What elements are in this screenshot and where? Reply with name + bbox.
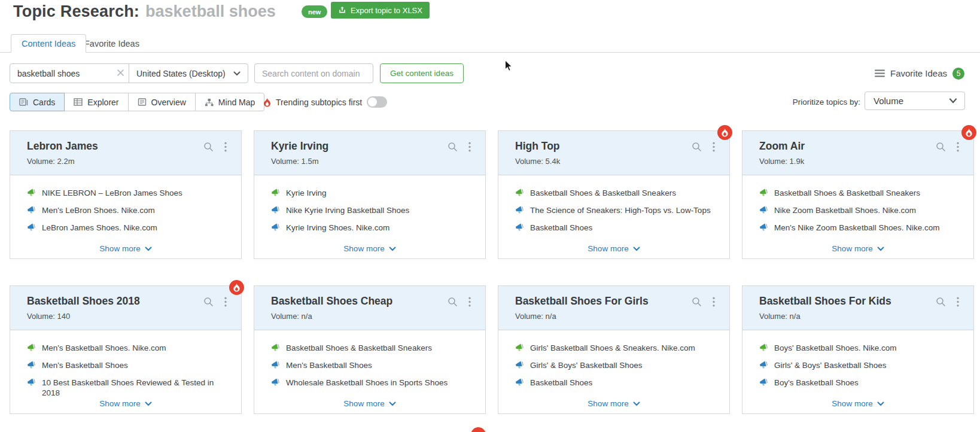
card-volume: Volume: 140 — [27, 312, 224, 321]
tab-bar: Content Ideas Favorite Ideas — [0, 34, 980, 53]
list-icon — [875, 69, 885, 77]
card-body: Kyrie Irving Nike Kyrie Irving Basketbal… — [254, 175, 485, 233]
domain-search-input[interactable] — [254, 63, 373, 83]
kebab-menu-icon[interactable] — [224, 142, 227, 152]
kebab-menu-icon[interactable] — [957, 297, 959, 307]
megaphone-icon — [759, 205, 769, 215]
mindmap-icon — [205, 98, 214, 107]
show-more-link[interactable]: Show more — [254, 399, 485, 408]
headline-item[interactable]: LeBron James Shoes. Nike.com — [27, 223, 224, 233]
headline-item[interactable]: Men's Basketball Shoes — [271, 360, 468, 370]
clear-keyword-icon[interactable] — [117, 69, 124, 76]
export-xlsx-button[interactable]: Export topic to XLSX — [331, 2, 430, 19]
volume-value: 1.5m — [302, 157, 319, 166]
card-volume: Volume: n/a — [515, 312, 713, 321]
headline-item[interactable]: The Science of Sneakers: High-Tops vs. L… — [515, 205, 713, 215]
search-icon[interactable] — [448, 142, 458, 152]
card-title: Basketball Shoes 2018 — [27, 295, 224, 308]
card-header: Basketball Shoes For Kids Volume: n/a — [742, 286, 973, 330]
kebab-menu-icon[interactable] — [468, 142, 471, 152]
search-icon[interactable] — [692, 297, 702, 307]
megaphone-icon — [759, 378, 769, 387]
trending-toggle[interactable] — [367, 96, 387, 108]
headline-item[interactable]: Girls' & Boys' Basketball Shoes — [759, 360, 957, 370]
headline-item[interactable]: Nike Zoom Basketball Shoes. Nike.com — [759, 205, 957, 215]
trending-fire-badge-partial — [471, 427, 486, 432]
view-mindmap-button[interactable]: Mind Map — [195, 93, 264, 111]
volume-label: Volume: — [27, 312, 55, 321]
megaphone-icon — [271, 360, 281, 370]
search-icon[interactable] — [203, 142, 214, 152]
headline-item[interactable]: Men's LeBron Shoes. Nike.com — [27, 205, 224, 215]
headline-item[interactable]: Basketball Shoes — [515, 378, 713, 388]
prioritize-select[interactable]: Volume — [865, 92, 965, 110]
headline-item[interactable]: Basketball Shoes & Basketball Sneakers — [271, 343, 468, 353]
headline-item[interactable]: NIKE LEBRON – LeBron James Shoes — [27, 188, 224, 198]
card-volume: Volume: n/a — [271, 312, 468, 321]
show-more-link[interactable]: Show more — [742, 244, 973, 253]
show-more-link[interactable]: Show more — [498, 244, 729, 253]
card-volume: Volume: 5.4k — [515, 157, 713, 166]
favorite-ideas-link[interactable]: Favorite Ideas 5 — [875, 63, 964, 83]
headline-item[interactable]: Nike Kyrie Irving Basketball Shoes — [271, 205, 468, 215]
table-icon — [74, 98, 83, 106]
headline-item[interactable]: Girls' Basketball Shoes & Sneakers. Nike… — [515, 343, 713, 353]
volume-label: Volume: — [515, 157, 543, 166]
volume-value: 1.9k — [790, 157, 805, 166]
search-icon[interactable] — [448, 297, 458, 307]
show-more-link[interactable]: Show more — [742, 399, 973, 408]
view-cards-button[interactable]: Cards — [10, 93, 65, 111]
topic-card: Zoom Air Volume: 1.9k Basketball — [742, 130, 974, 259]
kebab-menu-icon[interactable] — [957, 142, 959, 152]
headline-item[interactable]: Kyrie Irving — [271, 188, 468, 198]
headline-item[interactable]: Basketball Shoes — [515, 223, 713, 233]
card-title: High Top — [515, 140, 713, 153]
megaphone-icon — [271, 378, 281, 387]
show-more-link[interactable]: Show more — [498, 399, 729, 408]
card-title: Basketball Shoes Cheap — [271, 295, 468, 308]
megaphone-icon — [271, 188, 281, 197]
tab-content-ideas[interactable]: Content Ideas — [11, 34, 86, 53]
topic-research-page: Topic Research: basketball shoes new Exp… — [0, 0, 980, 432]
megaphone-icon — [271, 343, 281, 352]
keyword-input[interactable] — [10, 63, 129, 83]
volume-value: 5.4k — [546, 157, 561, 166]
headline-item[interactable]: Boys' Basketball Shoes. Nike.com — [759, 343, 957, 353]
headline-item[interactable]: Girls' & Boys' Basketball Shoes — [515, 360, 713, 370]
megaphone-icon — [515, 205, 525, 215]
headline-item[interactable]: Men's Basketball Shoes. Nike.com — [27, 343, 224, 353]
headline-item[interactable]: Basketball Shoes & Basketball Sneakers — [759, 188, 957, 198]
region-select[interactable]: United States (Desktop) — [129, 63, 248, 83]
search-row: United States (Desktop) Get content idea… — [0, 63, 980, 83]
show-more-link[interactable]: Show more — [10, 399, 241, 408]
kebab-menu-icon[interactable] — [713, 142, 715, 152]
search-icon[interactable] — [692, 142, 702, 152]
kebab-menu-icon[interactable] — [224, 297, 227, 307]
headline-item[interactable]: Basketball Shoes & Basketball Sneakers — [515, 188, 713, 198]
card-header: Basketball Shoes 2018 Volume: 140 — [10, 286, 241, 330]
card-body: Basketball Shoes & Basketball Sneakers M… — [254, 330, 485, 388]
show-more-link[interactable]: Show more — [10, 244, 241, 253]
headline-item[interactable]: Boy's Basketball Shoes — [759, 378, 957, 388]
chevron-down-icon — [233, 71, 241, 76]
search-icon[interactable] — [936, 297, 946, 307]
get-content-ideas-button[interactable]: Get content ideas — [380, 63, 464, 83]
view-overview-button[interactable]: Overview — [128, 93, 196, 111]
kebab-menu-icon[interactable] — [468, 297, 471, 307]
view-explorer-button[interactable]: Explorer — [64, 93, 128, 111]
cards-grid: Lebron James Volume: 2.2m NIKE LE — [10, 130, 974, 414]
kebab-menu-icon[interactable] — [713, 297, 715, 307]
topic-card: Basketball Shoes 2018 Volume: 140 — [10, 285, 242, 414]
search-icon[interactable] — [936, 142, 946, 152]
headline-item[interactable]: Kyrie Irving Shoes. Nike.com — [271, 223, 468, 233]
card-header: Lebron James Volume: 2.2m — [10, 131, 241, 175]
megaphone-icon — [759, 360, 769, 370]
headline-item[interactable]: Men's Nike Zoom Basketball Shoes. Nike.c… — [759, 223, 957, 233]
headline-item[interactable]: 10 Best Basketball Shoes Reviewed & Test… — [27, 378, 224, 398]
megaphone-icon — [515, 360, 525, 370]
topic-card: Lebron James Volume: 2.2m NIKE LE — [10, 130, 242, 259]
headline-item[interactable]: Men's Basketball Shoes — [27, 360, 224, 370]
search-icon[interactable] — [203, 297, 214, 307]
show-more-link[interactable]: Show more — [254, 244, 485, 253]
headline-item[interactable]: Wholesale Basketball Shoes in Sports Sho… — [271, 378, 468, 388]
